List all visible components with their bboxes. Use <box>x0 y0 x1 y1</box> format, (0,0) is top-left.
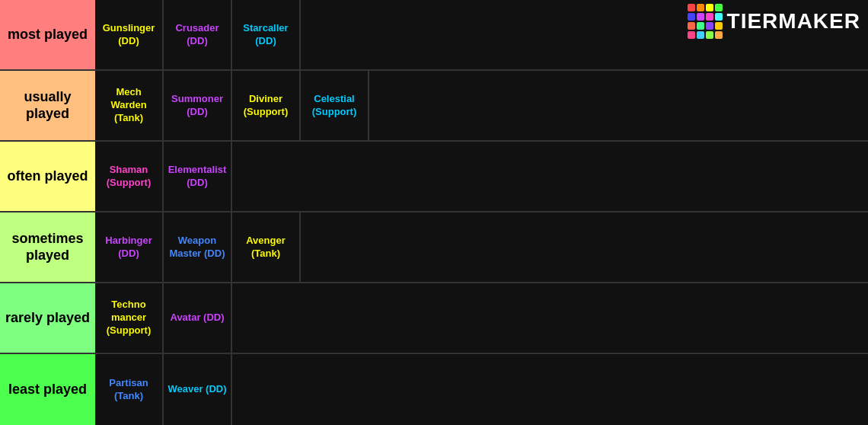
logo-cell <box>715 31 723 39</box>
tier-card-most-1[interactable]: Crusader (DD) <box>164 0 232 69</box>
tier-content-least: Partisan (Tank)Weaver (DD) <box>95 354 868 425</box>
tier-table: TiERMAKER most playedGunslinger (DD)Crus… <box>0 0 868 425</box>
tier-card-least-1[interactable]: Weaver (DD) <box>164 354 232 425</box>
tier-card-usually-0[interactable]: Mech Warden (Tank) <box>95 71 164 140</box>
tier-row-usually: usually playedMech Warden (Tank)Summoner… <box>0 71 868 142</box>
logo-cell <box>715 13 723 21</box>
tier-card-most-0[interactable]: Gunslinger (DD) <box>95 0 164 69</box>
tier-spacer-sometimes <box>301 212 868 282</box>
tier-card-often-1[interactable]: Elementalist (DD) <box>164 142 232 211</box>
logo-cell <box>697 31 704 39</box>
tier-card-often-0[interactable]: Shaman (Support) <box>95 142 164 211</box>
logo-cell <box>706 31 713 39</box>
tier-spacer-rarely <box>232 283 868 353</box>
tier-label-least: least played <box>0 354 95 425</box>
tier-label-usually: usually played <box>0 71 95 140</box>
tier-row-rarely: rarely playedTechno mancer (Support)Avat… <box>0 283 868 354</box>
tiermaker-logo: TiERMAKER <box>688 4 860 39</box>
tier-label-often: often played <box>0 142 95 211</box>
tier-card-usually-2[interactable]: Diviner (Support) <box>232 71 301 140</box>
tier-card-sometimes-0[interactable]: Harbinger (DD) <box>95 212 164 282</box>
logo-cell <box>688 13 695 21</box>
tier-spacer-least <box>232 354 868 425</box>
tier-card-rarely-1[interactable]: Avatar (DD) <box>164 283 232 353</box>
logo-text: TiERMAKER <box>727 9 860 34</box>
tier-content-sometimes: Harbinger (DD)Weapon Master (DD)Avenger … <box>95 212 868 282</box>
logo-cell <box>688 22 695 30</box>
tier-row-least: least playedPartisan (Tank)Weaver (DD) <box>0 354 868 425</box>
tier-content-often: Shaman (Support)Elementalist (DD) <box>95 142 868 211</box>
logo-cell <box>706 22 713 30</box>
tier-row-sometimes: sometimes playedHarbinger (DD)Weapon Mas… <box>0 212 868 283</box>
tier-label-sometimes: sometimes played <box>0 212 95 282</box>
tier-content-rarely: Techno mancer (Support)Avatar (DD) <box>95 283 868 353</box>
logo-cell <box>697 13 704 21</box>
tier-card-rarely-0[interactable]: Techno mancer (Support) <box>95 283 164 353</box>
tier-content-usually: Mech Warden (Tank)Summoner (DD)Diviner (… <box>95 71 868 140</box>
logo-cell <box>706 13 713 21</box>
logo-cell <box>697 22 704 30</box>
tier-card-usually-1[interactable]: Summoner (DD) <box>164 71 232 140</box>
tier-row-often: often playedShaman (Support)Elementalist… <box>0 142 868 212</box>
logo-cell <box>706 4 713 11</box>
logo-cell <box>697 4 704 11</box>
tier-card-sometimes-2[interactable]: Avenger (Tank) <box>232 212 301 282</box>
logo-cell <box>715 4 723 11</box>
logo-cell <box>688 4 695 11</box>
logo-cell <box>688 31 695 39</box>
tier-spacer-usually <box>369 71 868 140</box>
tiermaker-logo-area: TiERMAKER <box>688 4 860 39</box>
tier-label-rarely: rarely played <box>0 283 95 353</box>
tier-card-most-2[interactable]: Starcaller (DD) <box>232 0 301 69</box>
logo-cell <box>715 22 723 30</box>
tier-card-least-0[interactable]: Partisan (Tank) <box>95 354 164 425</box>
tier-label-most: most played <box>0 0 95 69</box>
tier-spacer-often <box>232 142 868 211</box>
logo-grid <box>688 4 723 39</box>
tier-card-sometimes-1[interactable]: Weapon Master (DD) <box>164 212 232 282</box>
tier-card-usually-3[interactable]: Celestial (Support) <box>301 71 369 140</box>
